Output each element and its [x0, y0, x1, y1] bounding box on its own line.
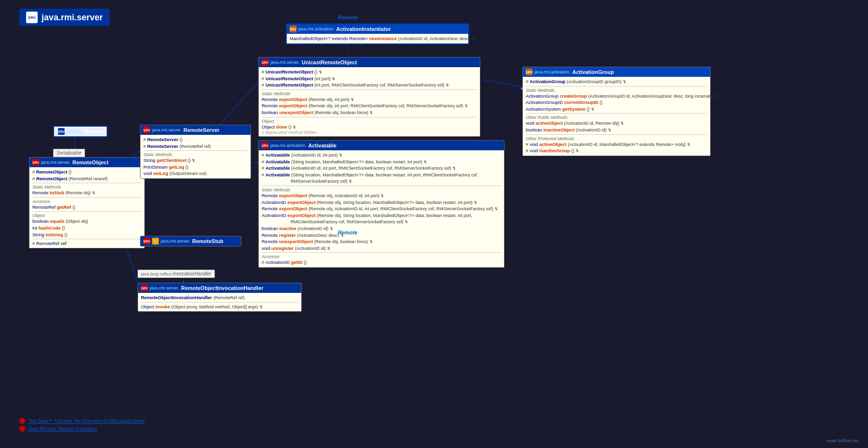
activation-group-box: SRV java.rmi.activation.ActivationGroup …: [522, 67, 711, 156]
activatable-header: SRV java.rmi.activation.Activatable: [259, 141, 504, 150]
watermark: www.3vilham.de: [827, 438, 858, 443]
page-title: SRV java.rmi.server: [19, 9, 110, 26]
unicast-remote-object-body: # UnicastRemoteObject () ↯ # UnicastRemo…: [259, 67, 480, 136]
activatable-body: # Activatable (ActivationID id, int port…: [259, 150, 504, 267]
link-dot-1: [19, 418, 25, 424]
link-java-rmi[interactable]: Java Remote Method Invocation: [19, 426, 145, 432]
srv-icon: SRV: [26, 12, 38, 23]
remote-object-box: SRV java.rmi.server.RemoteObject # Remot…: [29, 157, 145, 248]
remote-stub-box: SRV ✓ java.rmi.server.RemoteStub: [140, 236, 241, 246]
activation-instantiator-header: SRV java.rmi.activation.ActivationInstan…: [287, 24, 468, 34]
activation-group-body: # ActivationGroup (ActivationGroupID gro…: [523, 77, 710, 156]
activatable-box: SRV java.rmi.activation.Activatable # Ac…: [258, 140, 504, 268]
remote-server-box: SRV java.rmi.server.RemoteServer # Remot…: [140, 125, 251, 179]
link-java-tutorials[interactable]: The Java™ Tutorials: An Overview of RMI …: [19, 418, 145, 424]
unicast-remote-object-header: SRV java.rmi.server.UnicastRemoteObject: [259, 58, 480, 67]
activation-instantiator-body: MarshalledObject<? extends Remote> newIn…: [287, 34, 468, 43]
links-area: The Java™ Tutorials: An Overview of RMI …: [19, 418, 145, 434]
remote-label-mid: Remote: [338, 230, 357, 235]
remote-icon: SRV: [58, 128, 65, 135]
remote-server-body: # RemoteServer () # RemoteServer (Remote…: [140, 135, 251, 178]
invocation-handler-label: java.lang.reflect.InvocationHandler: [138, 270, 215, 278]
diagram-area: SRV java.rmi.server SRV java.rmi.Remote …: [0, 0, 868, 448]
remote-object-invocation-handler-box: SRV java.rmi.server.RemoteObjectInvocati…: [138, 283, 302, 312]
remote-server-header: SRV java.rmi.server.RemoteServer: [140, 125, 251, 135]
remote-object-invocation-handler-body: RemoteObjectInvocationHandler (RemoteRef…: [138, 293, 301, 311]
activation-group-header: SRV java.rmi.activation.ActivationGroup: [523, 67, 710, 77]
link-dot-2: [19, 426, 25, 432]
serializable-label: Serializable: [53, 149, 85, 157]
remote-object-body: # RemoteObject () # RemoteObject (Remote…: [29, 167, 144, 248]
activation-instantiator-box: SRV java.rmi.activation.ActivationInstan…: [286, 23, 469, 44]
remote-interface-box: SRV java.rmi.Remote: [53, 126, 108, 137]
svg-line-14: [483, 80, 524, 87]
unicast-remote-object-box: SRV java.rmi.server.UnicastRemoteObject …: [258, 57, 480, 137]
remote-label-top: Remote: [338, 14, 357, 20]
remote-object-invocation-handler-header: SRV java.rmi.server.RemoteObjectInvocati…: [138, 283, 301, 293]
remote-object-header: SRV java.rmi.server.RemoteObject: [29, 158, 144, 167]
remote-stub-header: SRV ✓ java.rmi.server.RemoteStub: [140, 236, 241, 246]
